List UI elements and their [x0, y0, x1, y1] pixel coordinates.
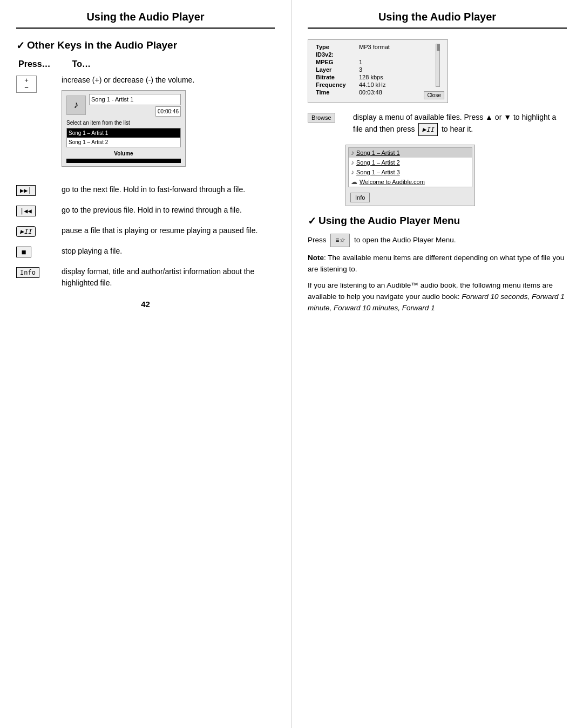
browse-button[interactable]: Browse: [308, 113, 335, 123]
info-tab-btn[interactable]: Info: [350, 193, 370, 202]
browse-description: display a menu of available files. Press…: [353, 112, 567, 136]
info-row-bitrate: Bitrate 128 kbps: [314, 73, 442, 81]
note-text: Note: The available menu items are diffe…: [308, 253, 567, 275]
left-column: Using the Audio Player ✓ Other Keys in t…: [0, 0, 292, 728]
key-cell-prev: |◀◀: [16, 205, 54, 216]
volume-key: + −: [16, 76, 37, 93]
info-row-type: Type MP3 format: [314, 43, 442, 51]
checkmark2-icon: ✓: [308, 215, 316, 227]
key-row-playpause: ▶II pause a file that is playing or resu…: [16, 225, 275, 237]
close-button[interactable]: Close: [424, 91, 444, 99]
info-value-freq: 44.10 kHz: [357, 81, 433, 89]
song-icon-1: ♪: [351, 149, 354, 157]
key-row-browse: Browse display a menu of available files…: [308, 112, 567, 136]
info-value-layer: 3: [357, 66, 433, 73]
info-value-id3v2: [357, 51, 433, 58]
key-cell-stop: ■: [16, 246, 54, 257]
press-label: Press…: [18, 59, 51, 69]
stop-key-btn: ■: [16, 247, 31, 257]
info-key-btn: Info: [16, 267, 39, 278]
song-list-mock: ♪ Song 1 – Artist 1 ♪ Song 1 – Artist 2 …: [345, 145, 475, 206]
info-value-bitrate: 128 kbps: [357, 73, 433, 81]
section2-title: ✓ Using the Audio Player Menu: [308, 215, 567, 227]
player-volume-label: Volume: [66, 149, 181, 158]
key-row-prev: |◀◀ go to the previous file. Hold in to …: [16, 205, 275, 216]
song-list-item-4: ☁ Welcome to Audible.com: [349, 177, 472, 187]
audible-para: If you are listening to an Audible™ audi…: [308, 280, 567, 314]
volume-description: increase (+) or decrease (-) the volume.…: [62, 74, 275, 175]
playpause-description: pause a file that is playing or resume p…: [62, 225, 275, 236]
info-value-mpeg: 1: [357, 58, 433, 66]
page-number: 42: [16, 300, 275, 309]
player-song-title: Song 1 - Artist 1: [89, 94, 181, 105]
playpause-key-btn: ▶II: [16, 226, 36, 237]
play-inline-btn: ▶II: [418, 123, 438, 136]
song-name-1: Song 1 – Artist 1: [356, 149, 400, 156]
key-row-volume: + − increase (+) or decrease (-) the vol…: [16, 74, 275, 175]
audio-player-mock: ♪ Song 1 - Artist 1 00:00:46 Select an i…: [62, 90, 186, 167]
player-list-item-1: Song 1 – Artist 1: [67, 128, 180, 138]
player-select-text: Select an item from the list: [66, 119, 181, 127]
info-label-type: Type: [314, 43, 357, 51]
info-label-bitrate: Bitrate: [314, 73, 357, 81]
note-label: Note: [308, 254, 324, 262]
info-label-freq: Frequency: [314, 81, 357, 89]
info-value-type: MP3 format: [357, 43, 433, 51]
right-header: Using the Audio Player: [308, 11, 567, 29]
song-icon-3: ♪: [351, 168, 354, 176]
info-table-mock: Type MP3 format ID3v2: MPEG 1: [308, 39, 448, 103]
info-row-mpeg: MPEG 1: [314, 58, 442, 66]
press-to-header: Press… To…: [16, 59, 275, 69]
info-label-time: Time: [314, 89, 357, 96]
player-info: Song 1 - Artist 1 00:00:46: [89, 94, 181, 117]
info-description: display format, title and author/artist …: [62, 266, 275, 289]
player-music-icon: ♪: [66, 96, 86, 115]
info-row-id3v2: ID3v2:: [314, 51, 442, 58]
checkmark-icon: ✓: [16, 39, 25, 52]
key-cell-info: Info: [16, 266, 54, 278]
info-label-mpeg: MPEG: [314, 58, 357, 66]
right-column: Using the Audio Player Type MP3 format I…: [292, 0, 583, 728]
song-name-2: Song 1 – Artist 2: [356, 159, 400, 166]
song-list-item-3: ♪ Song 1 – Artist 3: [349, 167, 472, 177]
player-list-item-2: Song 1 – Artist 2: [67, 138, 180, 147]
menu-intro-text: Press ≡☆ to open the Audio Player Menu.: [308, 234, 567, 247]
song-list-inner: ♪ Song 1 – Artist 1 ♪ Song 1 – Artist 2 …: [348, 147, 472, 187]
prev-description: go to the previous file. Hold in to rewi…: [62, 205, 275, 216]
info-label-layer: Layer: [314, 66, 357, 73]
stop-description: stop playing a file.: [62, 246, 275, 257]
to-label: To…: [72, 59, 91, 69]
song-icon-2: ♪: [351, 159, 354, 166]
key-row-info: Info display format, title and author/ar…: [16, 266, 275, 289]
left-header: Using the Audio Player: [16, 11, 275, 29]
info-row-freq: Frequency 44.10 kHz: [314, 81, 442, 89]
song-name-3: Song 1 – Artist 3: [356, 169, 400, 175]
key-cell-next: ▶▶|: [16, 184, 54, 196]
key-row-next: ▶▶| go to the next file. Hold in to fast…: [16, 184, 275, 196]
player-time: 00:00:46: [155, 106, 181, 117]
song-list-item-1: ♪ Song 1 – Artist 1: [349, 148, 472, 158]
prev-key-btn: |◀◀: [16, 206, 36, 216]
info-row-layer: Layer 3: [314, 66, 442, 73]
key-cell-browse: Browse: [308, 112, 345, 123]
next-description: go to the next file. Hold in to fast-for…: [62, 184, 275, 195]
player-volume-bar: [66, 159, 181, 163]
info-value-time: 00:03:48: [357, 89, 433, 96]
player-song-list: Song 1 – Artist 1 Song 1 – Artist 2: [66, 128, 181, 147]
info-row-time: Time 00:03:48: [314, 89, 442, 96]
info-table: Type MP3 format ID3v2: MPEG 1: [314, 43, 442, 96]
key-cell-playpause: ▶II: [16, 225, 54, 237]
next-key-btn: ▶▶|: [16, 185, 36, 196]
section1-title: ✓ Other Keys in the Audio Player: [16, 39, 275, 52]
key-row-stop: ■ stop playing a file.: [16, 246, 275, 257]
info-label-id3v2: ID3v2:: [314, 51, 357, 58]
song-icon-4: ☁: [351, 178, 357, 186]
song-name-4: Welcome to Audible.com: [360, 179, 425, 185]
song-list-item-2: ♪ Song 1 – Artist 2: [349, 158, 472, 167]
menu-btn: ≡☆: [330, 234, 350, 247]
key-cell-volume: + −: [16, 74, 54, 93]
